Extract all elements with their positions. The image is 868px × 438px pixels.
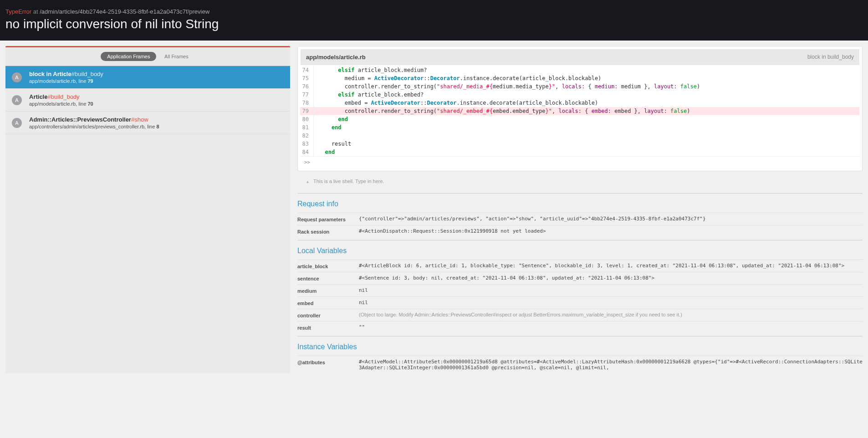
tab-all-frames[interactable]: All Frames <box>158 52 195 61</box>
frame-icon: A <box>12 118 22 128</box>
frame-line: 8 <box>156 124 159 129</box>
code-panel: app/models/article.rb block in build_bod… <box>297 46 863 171</box>
tab-application-frames[interactable]: Application Frames <box>101 52 156 61</box>
shell-hint: This is a live shell. Type in here. <box>297 176 863 190</box>
frame-file: app/controllers/admin/articles/previews_… <box>29 124 156 129</box>
code-file-path: app/models/article.rb <box>306 54 366 61</box>
frame-class: Article <box>29 93 47 100</box>
section-title: Request info <box>297 200 863 208</box>
table-row: controller(Object too large. Modify Admi… <box>297 309 863 321</box>
frame-file: app/models/article.rb, line <box>29 101 87 107</box>
section-title: Instance Variables <box>297 343 863 351</box>
table-row: Rack session#<ActionDispatch::Request::S… <box>297 225 863 237</box>
table-row: @attributes#<ActiveModel::AttributeSet:0… <box>297 356 863 373</box>
repl-prompt[interactable]: >> <box>301 156 859 168</box>
section-instance-variables: Instance Variables @attributes#<ActiveMo… <box>297 336 863 373</box>
source-code: 74 elsif article_block.medium? 75 medium… <box>313 66 859 156</box>
frame-class: block in Article <box>29 71 71 77</box>
table-row: sentence#<Sentence id: 3, body: nil, cre… <box>297 272 863 284</box>
error-header: TypeError at /admin/articles/4bb274e4-25… <box>0 0 868 41</box>
frame-icon: A <box>12 95 22 105</box>
frame-file: app/models/article.rb, line <box>29 78 87 84</box>
at-label: at <box>31 8 40 15</box>
table-row: result"" <box>297 321 863 333</box>
frame-method: #show <box>131 116 148 123</box>
frame-row[interactable]: A block in Article#build_body app/models… <box>5 66 290 89</box>
frame-method: #build_body <box>71 71 103 77</box>
frame-icon: A <box>12 72 22 82</box>
code-location: block in build_body <box>807 54 854 61</box>
frame-tabs: Application Frames All Frames <box>5 47 290 66</box>
section-local-variables: Local Variables article_block#<ArticleBl… <box>297 240 863 333</box>
frame-line: 79 <box>87 78 93 84</box>
frame-method: #build_body <box>47 93 79 100</box>
section-request-info: Request info Request parameters{"control… <box>297 193 863 237</box>
table-row: mediumnil <box>297 284 863 296</box>
frame-row[interactable]: A Admin::Articles::PreviewsController#sh… <box>5 112 290 134</box>
error-type: TypeError <box>5 8 31 15</box>
table-row: embednil <box>297 296 863 309</box>
error-message: no implicit conversion of nil into Strin… <box>5 17 863 31</box>
table-row: article_block#<ArticleBlock id: 6, artic… <box>297 260 863 272</box>
frames-panel: Application Frames All Frames A block in… <box>5 46 290 373</box>
error-path: /admin/articles/4bb274e4-2519-4335-8fbf-… <box>40 8 209 15</box>
frame-row[interactable]: A Article#build_body app/models/article.… <box>5 89 290 112</box>
table-row: Request parameters{"controller"=>"admin/… <box>297 213 863 225</box>
section-title: Local Variables <box>297 247 863 255</box>
frame-class: Admin::Articles::PreviewsController <box>29 116 131 123</box>
frame-line: 70 <box>87 101 93 107</box>
